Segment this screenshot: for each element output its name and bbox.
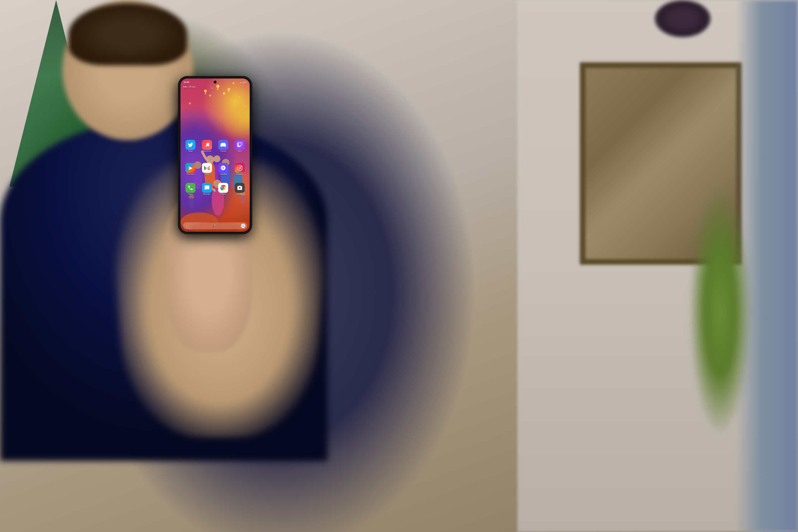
app-row-3: Phone Messages [182,183,249,195]
twitter-app[interactable]: Twitter [183,140,198,152]
playstore-icon[interactable]: ▶ [185,163,196,173]
svg-point-7 [209,95,211,97]
svg-point-4 [228,88,230,91]
discord-label: Discord [221,150,226,152]
svg-point-26 [241,195,245,204]
playstore-label: Play Store [187,173,194,175]
top-deco [655,0,711,37]
svg-point-0 [204,90,207,92]
svg-point-31 [239,167,241,169]
svg-rect-5 [228,91,230,93]
svg-point-29 [245,106,247,107]
discord-icon[interactable] [218,140,228,150]
instagram-app[interactable]: Instagram [232,163,248,175]
mic-icon[interactable]: 🎤 [213,225,216,227]
instagram-label: Instagram [236,173,243,175]
battery-icon: 81% [243,81,247,83]
camera-app-icon[interactable] [235,183,245,193]
google-search-bar[interactable]: G 🎤 [183,222,247,229]
svg-rect-30 [237,165,242,170]
twitter-icon[interactable] [185,140,196,150]
camera-hole [214,81,217,83]
gmail-icon[interactable] [202,163,212,173]
svg-point-23 [189,194,194,200]
gmail-label: Gmail [205,173,209,175]
svg-point-27 [189,102,191,104]
apple-music-icon[interactable] [202,140,212,150]
apple-music-label: Apple Music [203,150,211,152]
wallpaper-illustration [181,78,250,232]
wifi-icon: ▲ [240,81,241,83]
messages-app[interactable]: Messages [200,183,215,195]
twitch-icon[interactable] [235,140,245,150]
svg-rect-1 [205,92,206,94]
svg-point-24 [189,197,194,209]
twitch-label: Twitch [237,150,242,152]
wallpaper [181,78,250,232]
plant [686,187,754,436]
app-row-2: ▶ Play Store G [182,163,249,175]
status-icons: ▲ ● 81% [240,81,247,83]
phone: 11:33 ▲ ● 81% Mar. 19 oct. [179,77,251,233]
phone-app[interactable]: Phone [183,183,198,195]
svg-point-12 [206,155,214,164]
person-hair [69,3,187,65]
protonmail-app[interactable]: ProtonMail [216,163,231,175]
svg-point-2 [216,85,219,88]
signal-icon: ● [242,81,243,83]
app-row-1: Twitter Apple Music [182,140,249,152]
twitch-app[interactable]: Twitch [232,140,248,152]
apple-music-app[interactable]: Apple Music [200,140,215,152]
playstore-app[interactable]: ▶ Play Store [183,163,198,175]
protonmail-icon[interactable] [218,163,228,173]
phone-dialer-icon[interactable] [185,183,196,193]
google-g-logo: G [185,224,187,228]
phone-body: 11:33 ▲ ● 81% Mar. 19 oct. [179,77,251,233]
chrome-label: Chrome [220,193,226,195]
svg-point-8 [223,93,225,95]
svg-point-32 [241,166,241,167]
discord-app[interactable]: Discord [216,140,231,152]
svg-rect-3 [217,88,218,90]
gmail-app[interactable]: Gmail [200,163,215,175]
messages-label: Messages [203,193,211,195]
chrome-icon[interactable] [218,183,228,193]
svg-point-28 [239,97,241,98]
phone-label: Phone [188,193,193,195]
svg-point-15 [214,155,220,162]
phone-date: Mar. 19 oct. [183,86,196,88]
camera-label: Camera [237,193,242,195]
google-lens-icon[interactable] [241,224,245,228]
instagram-icon[interactable] [235,163,245,173]
twitter-label: Twitter [188,150,193,152]
svg-point-33 [222,187,224,189]
protonmail-label: ProtonMail [219,173,227,175]
phone-screen: 11:33 ▲ ● 81% Mar. 19 oct. [181,78,250,232]
messages-icon[interactable] [202,183,212,193]
status-time: 11:33 [184,81,189,83]
camera-app[interactable]: Camera [232,183,248,195]
chrome-app[interactable]: Chrome [216,183,231,195]
